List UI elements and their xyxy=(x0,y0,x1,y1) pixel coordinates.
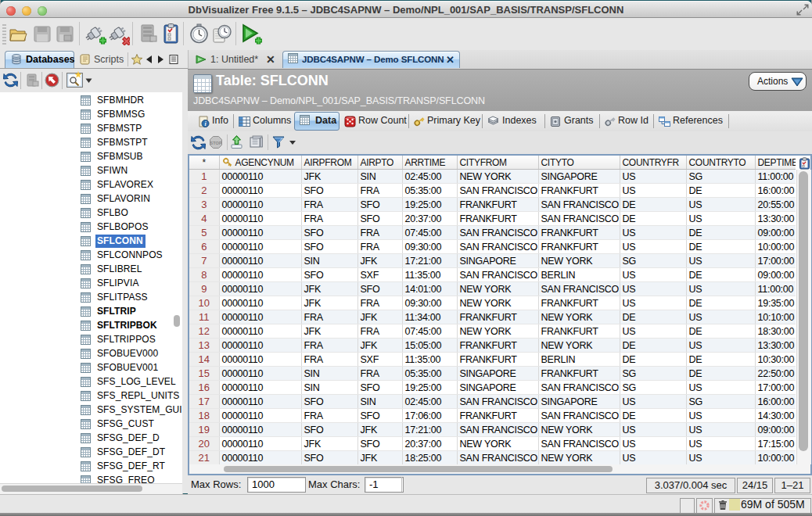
svg-text:STOP: STOP xyxy=(210,141,222,145)
